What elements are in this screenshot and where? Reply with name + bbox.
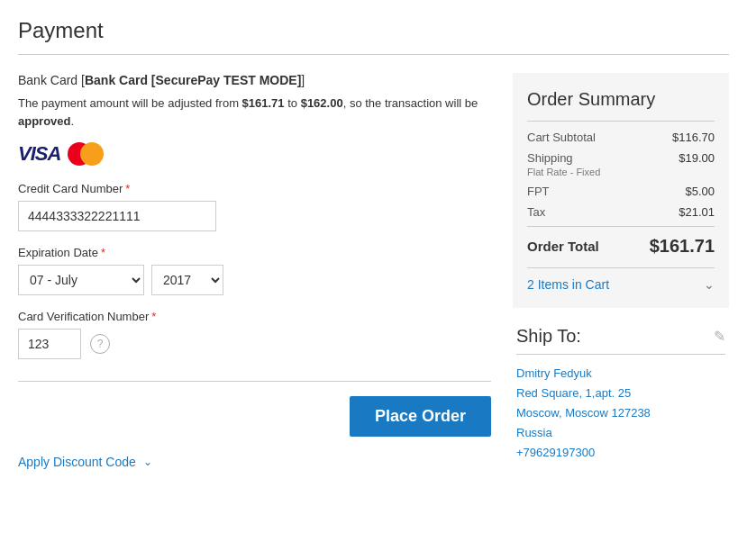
ship-phone: +79629197300 bbox=[516, 443, 725, 463]
cvv-field-group: Card Verification Number* ? bbox=[18, 310, 491, 359]
expiry-row: 01 - January 02 - February 03 - March 04… bbox=[18, 265, 491, 295]
tax-label: Tax bbox=[527, 205, 545, 219]
summary-row-tax: Tax $21.01 bbox=[527, 205, 715, 219]
shipping-sub-label: Flat Rate - Fixed bbox=[527, 167, 715, 177]
items-chevron-icon: ⌄ bbox=[704, 277, 715, 292]
required-star-exp: * bbox=[101, 246, 105, 259]
expiration-field-group: Expiration Date* 01 - January 02 - Febru… bbox=[18, 246, 491, 295]
place-order-row: Place Order bbox=[18, 396, 491, 437]
page-title: Payment bbox=[18, 18, 729, 43]
order-total-row: Order Total $161.71 bbox=[527, 226, 715, 257]
shipping-value: $19.00 bbox=[679, 151, 715, 165]
bottom-section: Place Order Apply Discount Code ⌄ bbox=[18, 381, 491, 469]
tax-value: $21.01 bbox=[679, 205, 715, 219]
main-layout: Bank Card [Bank Card [SecurePay TEST MOD… bbox=[18, 73, 729, 469]
order-total-value: $161.71 bbox=[650, 236, 715, 257]
expiry-year-select[interactable]: 2017 2018 2019 2020 2021 2022 2023 2024 … bbox=[151, 265, 223, 295]
credit-card-label: Credit Card Number* bbox=[18, 182, 491, 195]
cvv-help-icon[interactable]: ? bbox=[90, 334, 110, 354]
mastercard-logo bbox=[68, 142, 104, 166]
summary-row-subtotal: Cart Subtotal $116.70 bbox=[527, 131, 715, 144]
fpt-value: $5.00 bbox=[685, 185, 715, 198]
ship-city-zip: Moscow, Moscow 127238 bbox=[516, 403, 725, 423]
required-star-cvv: * bbox=[151, 310, 156, 323]
ship-to-title: Ship To: bbox=[516, 326, 581, 347]
payment-notice: The payment amount will be adjusted from… bbox=[18, 95, 491, 130]
order-total-label: Order Total bbox=[527, 239, 599, 254]
secure-pay-mode: Bank Card [SecurePay TEST MODE] bbox=[85, 73, 301, 87]
cvv-row: ? bbox=[18, 329, 491, 359]
items-in-cart-label: 2 Items in Cart bbox=[527, 277, 609, 292]
items-in-cart-row[interactable]: 2 Items in Cart ⌄ bbox=[527, 267, 715, 292]
expiry-month-select[interactable]: 01 - January 02 - February 03 - March 04… bbox=[18, 265, 144, 295]
summary-divider bbox=[527, 121, 715, 122]
approved-word: approved bbox=[18, 114, 71, 128]
discount-label: Apply Discount Code bbox=[18, 455, 136, 469]
ship-to-header: Ship To: ✎ bbox=[516, 326, 725, 355]
shipping-label: Shipping bbox=[527, 151, 573, 165]
amount-from: $161.71 bbox=[242, 96, 285, 110]
mc-circle-right bbox=[80, 142, 104, 166]
credit-card-field-group: Credit Card Number* bbox=[18, 182, 491, 231]
fpt-label: FPT bbox=[527, 185, 550, 198]
order-summary-box: Order Summary Cart Subtotal $116.70 Ship… bbox=[513, 73, 729, 308]
credit-card-input[interactable] bbox=[18, 201, 216, 231]
left-panel: Bank Card [Bank Card [SecurePay TEST MOD… bbox=[18, 73, 491, 469]
cvv-label: Card Verification Number* bbox=[18, 310, 491, 323]
visa-logo: VISA bbox=[18, 142, 60, 166]
ship-address: Dmitry Fedyuk Red Square, 1,apt. 25 Mosc… bbox=[516, 364, 725, 463]
bank-card-title: Bank Card [Bank Card [SecurePay TEST MOD… bbox=[18, 73, 491, 87]
ship-country: Russia bbox=[516, 423, 725, 443]
summary-row-fpt: FPT $5.00 bbox=[527, 185, 715, 198]
ship-to-box: Ship To: ✎ Dmitry Fedyuk Red Square, 1,a… bbox=[513, 326, 729, 463]
required-star: * bbox=[125, 182, 130, 195]
card-logos: VISA bbox=[18, 142, 491, 166]
order-summary-title: Order Summary bbox=[527, 89, 715, 110]
ship-name: Dmitry Fedyuk bbox=[516, 364, 725, 384]
amount-to: $162.00 bbox=[301, 96, 343, 110]
ship-address1: Red Square, 1,apt. 25 bbox=[516, 384, 725, 403]
expiration-label: Expiration Date* bbox=[18, 246, 491, 259]
edit-icon[interactable]: ✎ bbox=[714, 328, 725, 345]
discount-row[interactable]: Apply Discount Code ⌄ bbox=[18, 455, 491, 469]
place-order-button[interactable]: Place Order bbox=[350, 396, 491, 437]
summary-row-shipping: Shipping $19.00 bbox=[527, 151, 715, 165]
top-divider bbox=[18, 54, 729, 55]
subtotal-label: Cart Subtotal bbox=[527, 131, 596, 144]
subtotal-value: $116.70 bbox=[672, 131, 715, 144]
right-panel: Order Summary Cart Subtotal $116.70 Ship… bbox=[513, 73, 729, 469]
cvv-input[interactable] bbox=[18, 329, 81, 359]
discount-chevron-icon: ⌄ bbox=[143, 456, 152, 468]
